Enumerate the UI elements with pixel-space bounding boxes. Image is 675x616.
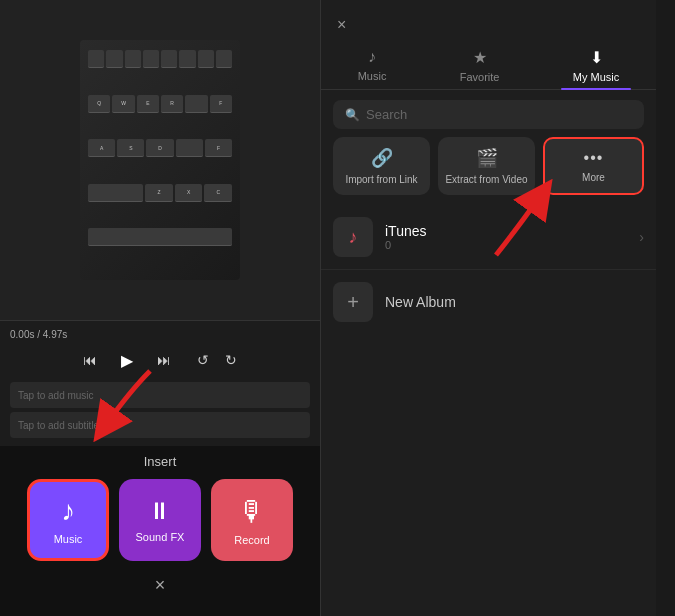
subtitle-track-lane[interactable]: Tap to add subtitle (10, 412, 310, 438)
key: X (175, 184, 203, 202)
redo-button[interactable]: ↻ (225, 352, 237, 368)
favorite-tab-icon: ★ (473, 48, 487, 67)
sound-fx-insert-label: Sound FX (136, 531, 185, 543)
key-space (88, 228, 232, 246)
import-link-button[interactable]: 🔗 Import from Link (333, 137, 430, 195)
import-link-icon: 🔗 (371, 147, 393, 169)
timeline-area: 0.00s / 4.97s ⏮ ▶ ⏭ ↺ ↻ Tap to add music… (0, 320, 320, 446)
record-insert-icon: 🎙 (238, 495, 266, 528)
time-display: 0.00s / 4.97s (10, 329, 310, 340)
extract-video-button[interactable]: 🎬 Extract from Video (438, 137, 535, 195)
video-preview: Q W E R F A S D F Z X C (0, 0, 320, 320)
undo-button[interactable]: ↺ (197, 352, 209, 368)
key: F (205, 139, 232, 157)
extract-video-label: Extract from Video (445, 174, 527, 185)
playback-controls: ⏮ ▶ ⏭ ↺ ↻ (10, 346, 310, 374)
key (176, 139, 203, 157)
key: S (117, 139, 144, 157)
close-insert-button[interactable]: × (155, 575, 166, 596)
key (161, 50, 177, 68)
search-input[interactable]: Search (366, 107, 407, 122)
import-link-label: Import from Link (345, 174, 417, 185)
list-area: ♪ iTunes 0 › + New Album (321, 205, 656, 616)
key: Z (145, 184, 173, 202)
sound-fx-insert-button[interactable]: ⏸ Sound FX (119, 479, 201, 561)
music-track-lane[interactable]: Tap to add music (10, 382, 310, 408)
my-music-tab-icon: ⬇ (590, 48, 603, 67)
new-album-row[interactable]: + New Album (321, 270, 656, 334)
more-label: More (582, 172, 605, 183)
key: A (88, 139, 115, 157)
key (179, 50, 195, 68)
tabs-row: ♪ Music ★ Favorite ⬇ My Music (321, 34, 656, 90)
key: E (137, 95, 159, 113)
music-tab-label: Music (358, 70, 387, 82)
itunes-icon: ♪ (333, 217, 373, 257)
itunes-list-item[interactable]: ♪ iTunes 0 › (321, 205, 656, 270)
more-icon: ••• (584, 149, 604, 167)
left-panel: Q W E R F A S D F Z X C (0, 0, 320, 616)
key (88, 184, 143, 202)
skip-back-button[interactable]: ⏮ (83, 352, 97, 368)
record-insert-label: Record (234, 534, 269, 546)
search-bar[interactable]: 🔍 Search (333, 100, 644, 129)
music-tab-icon: ♪ (368, 48, 376, 66)
keyboard-thumbnail: Q W E R F A S D F Z X C (80, 40, 240, 280)
close-row: × (0, 571, 320, 604)
tab-my-music[interactable]: ⬇ My Music (561, 42, 631, 89)
key (216, 50, 232, 68)
key (88, 50, 104, 68)
key (106, 50, 122, 68)
record-insert-button[interactable]: 🎙 Record (211, 479, 293, 561)
music-insert-label: Music (54, 533, 83, 545)
music-track-label: Tap to add music (18, 390, 94, 401)
itunes-info: iTunes 0 (385, 223, 627, 251)
tab-favorite[interactable]: ★ Favorite (448, 42, 512, 89)
insert-buttons-row: ♪ Music ⏸ Sound FX 🎙 Record (0, 473, 320, 571)
key (198, 50, 214, 68)
right-panel: × ♪ Music ★ Favorite ⬇ My Music 🔍 Search… (321, 0, 656, 616)
key (125, 50, 141, 68)
music-insert-icon: ♪ (61, 495, 75, 527)
sound-fx-insert-icon: ⏸ (148, 497, 172, 525)
key: C (204, 184, 232, 202)
key: W (112, 95, 134, 113)
skip-forward-button[interactable]: ⏭ (157, 352, 171, 368)
extract-video-icon: 🎬 (476, 147, 498, 169)
key: F (210, 95, 232, 113)
favorite-tab-label: Favorite (460, 71, 500, 83)
close-panel-button[interactable]: × (337, 16, 346, 34)
action-buttons-row: 🔗 Import from Link 🎬 Extract from Video … (321, 137, 656, 205)
insert-label: Insert (0, 446, 320, 473)
tab-music[interactable]: ♪ Music (346, 42, 399, 89)
new-album-plus-icon: + (333, 282, 373, 322)
itunes-count: 0 (385, 239, 627, 251)
music-insert-button[interactable]: ♪ Music (27, 479, 109, 561)
itunes-chevron-icon: › (639, 229, 644, 245)
new-album-label: New Album (385, 294, 456, 310)
itunes-title: iTunes (385, 223, 627, 239)
play-button[interactable]: ▶ (113, 346, 141, 374)
key: R (161, 95, 183, 113)
key: Q (88, 95, 110, 113)
more-button[interactable]: ••• More (543, 137, 644, 195)
search-icon: 🔍 (345, 108, 360, 122)
panel-header: × (321, 0, 656, 34)
key (185, 95, 207, 113)
subtitle-track-label: Tap to add subtitle (18, 420, 99, 431)
my-music-tab-label: My Music (573, 71, 619, 83)
key (143, 50, 159, 68)
key: D (146, 139, 173, 157)
